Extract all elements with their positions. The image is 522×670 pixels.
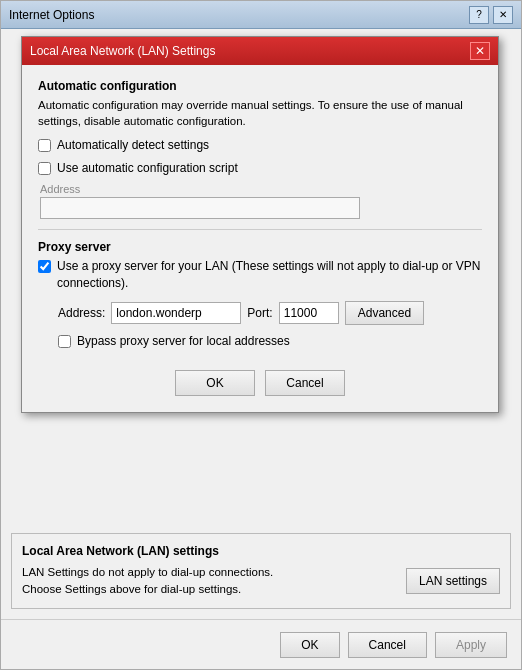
outer-ok-button[interactable]: OK — [280, 632, 339, 658]
proxy-server-section: Proxy server Use a proxy server for your… — [38, 240, 482, 350]
modal-body: Automatic configuration Automatic config… — [22, 65, 498, 412]
lan-settings-title: Local Area Network (LAN) settings — [22, 544, 500, 558]
proxy-port-input[interactable] — [279, 302, 339, 324]
proxy-port-label: Port: — [247, 306, 272, 320]
use-proxy-checkbox[interactable] — [38, 260, 51, 273]
auto-script-label: Use automatic configuration script — [57, 160, 238, 177]
modal-titlebar: Local Area Network (LAN) Settings ✕ — [22, 37, 498, 65]
address-input[interactable] — [40, 197, 360, 219]
auto-script-row: Use automatic configuration script — [38, 160, 482, 177]
lan-settings-button[interactable]: LAN settings — [406, 568, 500, 594]
outer-titlebar: Internet Options ? ✕ — [1, 1, 521, 29]
address-field-row: Address — [40, 183, 482, 219]
proxy-address-label: Address: — [58, 306, 105, 320]
detect-settings-label: Automatically detect settings — [57, 137, 209, 154]
outer-footer: OK Cancel Apply — [1, 619, 521, 669]
use-proxy-row: Use a proxy server for your LAN (These s… — [38, 258, 482, 292]
lan-settings-row: LAN Settings do not apply to dial-up con… — [22, 564, 500, 599]
lan-settings-box: Local Area Network (LAN) settings LAN Se… — [11, 533, 511, 610]
proxy-address-row: Address: Port: Advanced — [58, 301, 482, 325]
modal-cancel-button[interactable]: Cancel — [265, 370, 345, 396]
help-icon-btn[interactable]: ? — [469, 6, 489, 24]
automatic-config-desc: Automatic configuration may override man… — [38, 97, 482, 129]
automatic-config-section: Automatic configuration Automatic config… — [38, 79, 482, 219]
auto-script-checkbox[interactable] — [38, 162, 51, 175]
use-proxy-label: Use a proxy server for your LAN (These s… — [57, 258, 482, 292]
address-field-label: Address — [40, 183, 482, 195]
automatic-config-title: Automatic configuration — [38, 79, 482, 93]
bypass-row: Bypass proxy server for local addresses — [58, 333, 482, 350]
outer-apply-button[interactable]: Apply — [435, 632, 507, 658]
detect-settings-checkbox[interactable] — [38, 139, 51, 152]
outer-window-title: Internet Options — [9, 8, 94, 22]
modal-ok-button[interactable]: OK — [175, 370, 255, 396]
section-divider — [38, 229, 482, 230]
proxy-server-title: Proxy server — [38, 240, 482, 254]
proxy-address-input[interactable] — [111, 302, 241, 324]
outer-titlebar-icons: ? ✕ — [469, 6, 513, 24]
internet-options-window: Internet Options ? ✕ Local Area Network … — [0, 0, 522, 670]
detect-settings-row: Automatically detect settings — [38, 137, 482, 154]
modal-title: Local Area Network (LAN) Settings — [30, 44, 215, 58]
lan-settings-desc: LAN Settings do not apply to dial-up con… — [22, 564, 396, 599]
bypass-checkbox[interactable] — [58, 335, 71, 348]
bypass-label: Bypass proxy server for local addresses — [77, 333, 290, 350]
outer-cancel-button[interactable]: Cancel — [348, 632, 427, 658]
close-icon-btn[interactable]: ✕ — [493, 6, 513, 24]
lan-settings-area: Local Area Network (LAN) settings LAN Se… — [11, 533, 511, 610]
modal-footer: OK Cancel — [38, 370, 482, 396]
modal-close-button[interactable]: ✕ — [470, 42, 490, 60]
advanced-button[interactable]: Advanced — [345, 301, 424, 325]
lan-settings-dialog: Local Area Network (LAN) Settings ✕ Auto… — [21, 36, 499, 413]
